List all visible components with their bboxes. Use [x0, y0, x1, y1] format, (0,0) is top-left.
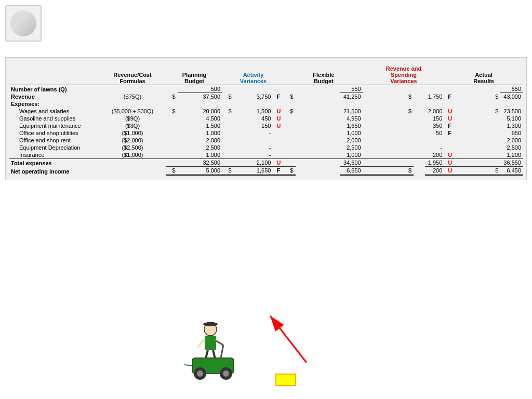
performance-table: Revenue/CostFormulas PlanningBudget Acti… [9, 65, 523, 176]
table-row: Office and shop rent ($2,000) 2,000 - 2,… [9, 137, 523, 144]
row-label: Office and shop utilities [9, 129, 99, 137]
row-label: Number of lawns (Q) [9, 85, 99, 93]
row-label: Insurance [9, 151, 99, 159]
svg-rect-2 [207, 322, 214, 326]
table-row: Equipment Depreciation ($2,500) 2,500 - … [9, 144, 523, 151]
svg-line-9 [221, 345, 223, 358]
row-label: Gasoline and supplies [9, 115, 99, 122]
table-row: Number of lawns (Q) 500 550 550 [9, 85, 523, 93]
row-label: Wages and salaries [9, 108, 99, 115]
header-row: Revenue/CostFormulas PlanningBudget Acti… [9, 65, 523, 85]
table-row: Equipment maintenance ($3Q) 1,500 150 U … [9, 122, 523, 129]
row-label: Expenses: [9, 100, 99, 108]
svg-line-17 [270, 316, 307, 363]
report-table-container: Revenue/CostFormulas PlanningBudget Acti… [5, 57, 527, 180]
svg-rect-3 [205, 336, 216, 350]
table-row: Wages and salaries ($5,000 + $30Q) $ 20,… [9, 108, 523, 115]
row-label: Equipment Depreciation [9, 144, 99, 151]
row-label: Office and shop rent [9, 137, 99, 144]
table-row: Net operating income $ 5,000 $ 1,650 F $… [9, 167, 523, 175]
table-row: Gasoline and supplies ($9Q) 4,500 450 U … [9, 115, 523, 122]
row-label: Revenue [9, 93, 99, 101]
table-row: Revenue ($75Q) $ 37,500 $ 3,750 F $ 41,2… [9, 93, 523, 101]
table-row: Total expenses 32,500 2,100 U 34,600 1,9… [9, 159, 523, 167]
logo [5, 5, 42, 42]
svg-point-12 [197, 370, 203, 377]
row-label: Net operating income [9, 167, 99, 175]
highlight-box [275, 374, 296, 386]
svg-line-4 [197, 339, 205, 348]
annotation-arrow [255, 305, 358, 368]
table-row: Office and shop utilities ($1,000) 1,000… [9, 129, 523, 137]
row-label: Equipment maintenance [9, 122, 99, 129]
bottom-section [0, 292, 532, 396]
row-label: Total expenses [9, 159, 99, 167]
table-row: Insurance ($1,000) 1,000 - 1,000 200 U 1… [9, 151, 523, 159]
table-row: Expenses: [9, 100, 523, 108]
svg-line-15 [184, 365, 192, 366]
lawn-mower-figure [182, 319, 249, 389]
svg-point-14 [223, 370, 229, 377]
